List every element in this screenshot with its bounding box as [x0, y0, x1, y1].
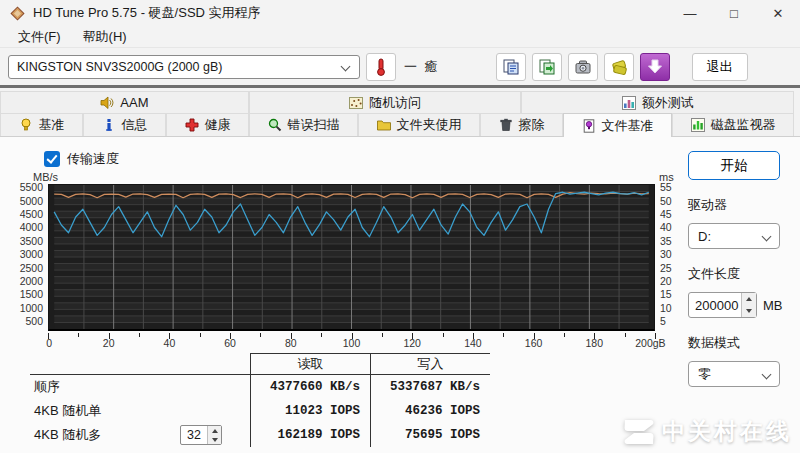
- thermometer-icon: [373, 58, 389, 76]
- write-column-header: 写入: [370, 353, 490, 374]
- magnifier-icon: [268, 118, 282, 132]
- tab-benchmark[interactable]: 基准: [0, 113, 83, 136]
- x-tick-label: 100: [343, 337, 361, 349]
- screenshot-button[interactable]: [568, 53, 598, 81]
- copy-file-button[interactable]: [532, 53, 562, 81]
- info-icon: [102, 118, 116, 132]
- tab-label: 信息: [122, 116, 148, 134]
- trash-icon: [499, 118, 513, 132]
- transfer-speed-chart: MB/s ms 55005000450040003500300025002000…: [0, 170, 690, 201]
- queue-depth-value: 32: [181, 426, 207, 444]
- tab-extra-tests[interactable]: 额外测试: [521, 91, 794, 113]
- y-tick-label: 10: [660, 302, 672, 314]
- menu-help[interactable]: 帮助(H): [73, 26, 137, 48]
- drive-dropdown[interactable]: D:: [688, 223, 780, 249]
- tab-label: 擦除: [519, 116, 545, 134]
- copy-pages-blue-icon: [502, 58, 520, 76]
- tab-folder-usage[interactable]: 文件夹使用: [358, 113, 480, 136]
- maximize-button[interactable]: □: [712, 0, 756, 26]
- y-tick-label: 50: [660, 195, 672, 207]
- tab-file-benchmark[interactable]: 文件基准: [563, 113, 672, 137]
- tab-aam[interactable]: AAM: [0, 91, 249, 113]
- y-tick-label: 15: [660, 288, 672, 300]
- tab-disk-monitor[interactable]: 磁盘监视器: [672, 113, 794, 136]
- random-access-icon: [349, 96, 363, 110]
- y-tick-label: 1000: [20, 302, 43, 314]
- y-tick-label: 5: [660, 315, 666, 327]
- drive-selector-dropdown[interactable]: KINGSTON SNV3S2000G (2000 gB): [8, 55, 360, 79]
- temperature-reading: 一 癒: [404, 58, 440, 76]
- tabs-row-bottom: 基准信息健康错误扫描文件夹使用擦除文件基准磁盘监视器: [0, 113, 794, 136]
- exit-button[interactable]: 退出: [692, 53, 748, 81]
- folder-icon: [377, 118, 391, 132]
- tab-error-scan[interactable]: 错误扫描: [249, 113, 358, 136]
- app-icon: [10, 6, 25, 21]
- control-panel: 开始 驱动器 D: 文件长度 200000 MB 数据模式 零: [688, 151, 788, 387]
- table-row: 4KB 随机单11023 IOPS46236 IOPS: [30, 399, 490, 423]
- stepper-up-button[interactable]: [742, 293, 756, 305]
- menu-file[interactable]: 文件(F): [8, 26, 71, 48]
- transfer-speed-checkbox[interactable]: [44, 151, 60, 167]
- x-tick-label: 140: [464, 337, 482, 349]
- start-button[interactable]: 开始: [688, 151, 780, 180]
- lightbulb-icon: [19, 118, 33, 132]
- row-label: 4KB 随机多: [30, 426, 180, 444]
- x-tick-label: 120: [403, 337, 421, 349]
- download-button[interactable]: [640, 53, 670, 81]
- results-table: 读取 写入 顺序4377660 KB/s5337687 KB/s4KB 随机单1…: [30, 353, 490, 447]
- tab-label: 健康: [205, 116, 231, 134]
- y-tick-label: 45: [660, 208, 672, 220]
- temperature-button[interactable]: [366, 53, 396, 81]
- tab-label: 额外测试: [642, 94, 694, 112]
- toolbar: KINGSTON SNV3S2000G (2000 gB) 一 癒: [0, 49, 800, 88]
- x-tick: [78, 333, 79, 337]
- read-value: 4377660 KB/s: [250, 375, 370, 399]
- drive-label: 驱动器: [688, 196, 788, 214]
- download-arrow-icon: [646, 58, 664, 76]
- tab-erase[interactable]: 擦除: [480, 113, 563, 136]
- speaker-icon: [100, 96, 114, 110]
- x-tick: [321, 333, 322, 337]
- chevron-down-icon: [762, 370, 772, 380]
- y-tick-label: 25: [660, 262, 672, 274]
- watermark: 中关村在线: [622, 416, 792, 447]
- chart-plot-area: [48, 184, 655, 331]
- write-value: 5337687 KB/s: [370, 375, 490, 399]
- y-axis-right-ticks: 555045403530252015105: [658, 184, 688, 331]
- drive-dropdown-value: D:: [698, 229, 711, 244]
- zol-logo-icon: [622, 418, 656, 446]
- tab-health[interactable]: 健康: [166, 113, 249, 136]
- y-tick-label: 35: [660, 235, 672, 247]
- save-results-button[interactable]: [604, 53, 634, 81]
- close-button[interactable]: ✕: [756, 0, 800, 26]
- x-tick: [382, 333, 383, 337]
- y-tick-label: 4500: [20, 208, 43, 220]
- health-cross-icon: [185, 118, 199, 132]
- file-length-label: 文件长度: [688, 265, 788, 283]
- file-length-stepper[interactable]: 200000: [688, 292, 757, 318]
- minimize-button[interactable]: —: [668, 0, 712, 26]
- x-tick: [443, 333, 444, 337]
- copy-info-button[interactable]: [496, 53, 526, 81]
- disk-monitor-icon: [691, 118, 705, 132]
- tab-random-access[interactable]: 随机访问: [249, 91, 522, 113]
- write-value: 46236 IOPS: [370, 399, 490, 423]
- tabs-row-top: AAM随机访问额外测试: [0, 91, 794, 113]
- tab-label: 基准: [39, 116, 65, 134]
- stepper-down-button[interactable]: [208, 435, 221, 444]
- tab-info[interactable]: 信息: [83, 113, 166, 136]
- data-pattern-dropdown[interactable]: 零: [688, 361, 780, 387]
- table-row: 4KB 随机多32162189 IOPS75695 IOPS: [30, 423, 490, 447]
- queue-depth-stepper[interactable]: 32: [180, 425, 222, 445]
- x-tick: [260, 333, 261, 337]
- x-tick: [564, 333, 565, 337]
- y-tick-label: 4000: [20, 221, 43, 233]
- chevron-down-icon: [341, 62, 351, 72]
- x-tick-label: 0: [46, 337, 52, 349]
- y-tick-label: 3500: [20, 235, 43, 247]
- y-axis-left-ticks: 5500500045004000350030002500200015001000…: [0, 184, 45, 331]
- stepper-down-button[interactable]: [742, 305, 756, 317]
- x-tick: [503, 333, 504, 337]
- stepper-up-button[interactable]: [208, 426, 221, 435]
- x-tick-label: 160: [525, 337, 543, 349]
